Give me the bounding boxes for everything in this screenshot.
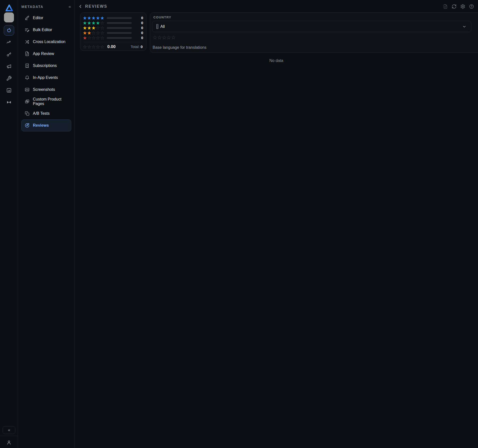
triangle-logo-icon[interactable] bbox=[5, 4, 13, 13]
megaphone-icon[interactable] bbox=[0, 60, 18, 72]
help-icon[interactable] bbox=[469, 3, 475, 9]
gear-icon[interactable] bbox=[460, 3, 466, 9]
collapse-rail-button[interactable]: « bbox=[2, 426, 15, 434]
base-language-label: Base language for translations bbox=[153, 45, 206, 50]
sidebar-item-label: Custom Product Pages bbox=[33, 97, 68, 106]
compose-circle-icon bbox=[25, 123, 30, 128]
page-header: REVIEWS bbox=[75, 0, 478, 13]
sidebar-item-label: Bulk Editor bbox=[33, 28, 52, 32]
rating-bar bbox=[107, 22, 132, 24]
cross-arrows-icon bbox=[25, 39, 30, 44]
page-title: REVIEWS bbox=[85, 4, 107, 9]
empty-state-text: No data bbox=[75, 58, 478, 63]
flag-placeholder-icon bbox=[156, 24, 158, 29]
icon-rail: « bbox=[0, 0, 18, 448]
sidebar-item-in-app-events[interactable]: In-App Events bbox=[21, 72, 71, 84]
sidebar-item-bulk-editor[interactable]: Bulk Editor bbox=[21, 24, 71, 36]
rating-row-2: ★★☆☆☆ 0 bbox=[80, 30, 147, 35]
image-icon bbox=[25, 87, 30, 92]
refresh-icon[interactable] bbox=[451, 3, 457, 9]
rating-bar bbox=[107, 32, 132, 34]
rating-count: 0 bbox=[141, 35, 143, 40]
country-select-value: All bbox=[160, 24, 165, 29]
rating-count: 0 bbox=[141, 15, 143, 20]
rail-divider bbox=[0, 436, 18, 436]
sidebar-item-reviews[interactable]: Reviews bbox=[21, 119, 71, 131]
apple-platform-button[interactable] bbox=[4, 25, 14, 36]
rating-stars-1: ★☆☆☆☆ bbox=[83, 35, 105, 40]
rating-bar bbox=[107, 17, 132, 19]
list-pencil-icon bbox=[25, 27, 30, 32]
filters-card: COUNTRY All ☆☆☆☆☆ Only unanswered Base l… bbox=[150, 12, 478, 53]
main-content: REVIEWS bbox=[75, 0, 478, 448]
trend-icon[interactable] bbox=[0, 37, 18, 49]
sidebar-item-subscriptions[interactable]: $ Subscriptions bbox=[21, 60, 71, 72]
rating-bar bbox=[107, 37, 132, 39]
sidebar-item-label: In-App Events bbox=[33, 75, 58, 80]
svg-text:$: $ bbox=[27, 64, 28, 67]
video-icon[interactable] bbox=[0, 96, 18, 108]
sidebar-item-label: Reviews bbox=[33, 123, 49, 128]
rating-bar bbox=[107, 27, 132, 29]
app-icon-placeholder[interactable] bbox=[4, 12, 14, 22]
sidebar-item-label: A/B Tests bbox=[33, 111, 50, 116]
rating-row-3: ★★★☆☆ 0 bbox=[80, 25, 147, 30]
rating-row-4: ★★★★☆ 0 bbox=[80, 20, 147, 25]
pages-icon bbox=[25, 99, 30, 104]
average-rating: 0.00 bbox=[107, 44, 116, 49]
rating-row-5: ★★★★★ 0 bbox=[80, 15, 147, 20]
rating-stars-5: ★★★★★ bbox=[83, 15, 105, 20]
sidebar-item-ab-tests[interactable]: A/B Tests bbox=[21, 108, 71, 119]
chevron-down-icon bbox=[462, 24, 467, 29]
sidebar-item-label: Subscriptions bbox=[33, 63, 57, 68]
sidebar-item-screenshots[interactable]: Screenshots bbox=[21, 84, 71, 96]
ratings-histogram: ★★★★★ 0 ★★★★☆ 0 ★★★☆☆ 0 ★★☆☆☆ 0 bbox=[80, 15, 147, 40]
sidebar-item-label: App Review bbox=[33, 52, 54, 56]
sidebar-item-custom-product-pages[interactable]: Custom Product Pages bbox=[21, 96, 71, 108]
sidebar-item-label: Cross Localization bbox=[33, 40, 65, 44]
copy-icon bbox=[25, 111, 30, 116]
rating-stars-3: ★★★☆☆ bbox=[83, 25, 105, 30]
rating-count: 0 bbox=[141, 20, 143, 25]
rating-stars-2: ★★☆☆☆ bbox=[83, 30, 105, 35]
card-divider bbox=[84, 42, 143, 42]
average-stars: ☆☆☆☆☆ bbox=[83, 44, 105, 49]
rating-stars-4: ★★★★☆ bbox=[83, 20, 105, 25]
key-icon[interactable] bbox=[0, 49, 18, 60]
total-count: Total:0 bbox=[131, 44, 143, 49]
country-select[interactable]: All bbox=[152, 21, 471, 32]
sidebar-item-cross-localization[interactable]: Cross Localization bbox=[21, 36, 71, 48]
wrench-icon[interactable] bbox=[0, 72, 18, 84]
sidebar-item-editor[interactable]: Editor bbox=[21, 12, 71, 24]
sidebar-item-app-review[interactable]: App Review bbox=[21, 48, 71, 60]
ratings-summary-card: ★★★★★ 0 ★★★★☆ 0 ★★★☆☆ 0 ★★☆☆☆ 0 bbox=[80, 12, 146, 51]
rating-count: 0 bbox=[141, 30, 143, 35]
metadata-sidebar: METADATA « Editor Bulk Editor bbox=[18, 0, 75, 448]
sidebar-item-label: Editor bbox=[33, 16, 43, 20]
pencil-icon bbox=[25, 15, 30, 20]
rating-row-1: ★☆☆☆☆ 0 bbox=[80, 35, 147, 40]
sidebar-title: METADATA bbox=[21, 5, 43, 9]
rating-count: 0 bbox=[141, 25, 143, 30]
app-window: « METADATA « Editor bbox=[0, 0, 478, 448]
bell-icon bbox=[25, 75, 30, 80]
apple-icon bbox=[6, 27, 12, 33]
file-icon[interactable] bbox=[442, 3, 448, 9]
user-icon[interactable] bbox=[0, 437, 18, 448]
country-label: COUNTRY bbox=[153, 15, 171, 19]
sidebar-item-label: Screenshots bbox=[33, 87, 55, 92]
bar-chart-icon[interactable] bbox=[0, 84, 18, 96]
receipt-icon: $ bbox=[25, 63, 30, 68]
back-button[interactable] bbox=[78, 4, 83, 9]
collapse-sidebar-button[interactable]: « bbox=[67, 4, 72, 9]
document-icon bbox=[25, 51, 30, 56]
star-filter[interactable]: ☆☆☆☆☆ bbox=[153, 35, 176, 41]
